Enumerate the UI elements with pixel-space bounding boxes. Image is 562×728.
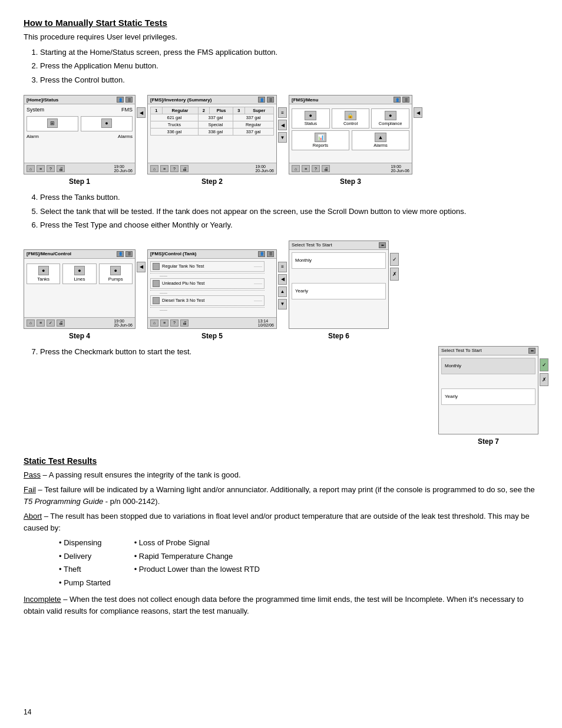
step5-device: [FMS]/Control (Tank) 👤 ☰ Regular Tank No… (147, 249, 277, 329)
control-icon: 🔒 (345, 111, 356, 120)
fms-label: FMS (121, 107, 133, 113)
col-num: 1 (151, 107, 163, 114)
incomplete-desc: – When the test does not collect enough … (24, 595, 524, 615)
instruction-1: Starting at the Home/Status screen, pres… (40, 47, 538, 58)
bullets-left-col: Dispensing Delivery Theft Pump Started (59, 537, 111, 590)
step3-label: Step 3 (340, 177, 361, 186)
pass-term: Pass (24, 470, 41, 479)
side-btn-list: ≡ (278, 107, 287, 118)
abort-term: Abort (24, 512, 42, 521)
abort-desc: – The result has been stopped due to var… (24, 512, 530, 532)
step1-icons: 👤 ☰ (117, 97, 133, 103)
user-icon-4: 👤 (117, 251, 124, 257)
tank1-dotted: —— (150, 273, 265, 278)
step7-menu-icon: ⬅ (528, 348, 535, 354)
print-footer-icon-5: 🖨 (180, 319, 189, 327)
home-footer-icon: ⌂ (27, 165, 35, 172)
steps-row-4-6: [FMS]/Menu/Control 👤 ☰ ● Tanks ● Lines (24, 241, 538, 340)
menu-grid-top: ● Status 🔒 Control ● Compliance (292, 108, 409, 129)
pumps-icon: ● (110, 266, 121, 275)
yearly-option: Yearly (292, 283, 386, 299)
fail-ref-suffix: - p/n 000-2142). (103, 497, 160, 506)
bullet-theft: Theft (59, 564, 111, 575)
checkmark-btn-7[interactable]: ✓ (540, 358, 548, 371)
step5-right-buttons: ≡ ◀ ▲ ▼ (278, 262, 287, 309)
step7-body: Monthly Yearly (439, 355, 538, 421)
step3-footer: ⌂ ≡ ? 🖨 19:00 20-Jun-06 (289, 163, 412, 174)
user-icon: 👤 (117, 97, 124, 103)
step2-header: [FMS]/Inventory (Summary) 👤 ☰ (148, 95, 276, 104)
step2-icons: 👤 ☰ (258, 97, 274, 103)
tank-row-2: Unleaded Plu No Test —— (150, 278, 265, 289)
incomplete-term: Incomplete (24, 595, 61, 604)
print-footer-icon-3: 🖨 (322, 165, 330, 172)
step2-right-buttons: ≡ ◀ ▼ (278, 107, 287, 143)
step3-time: 19:00 20-Jun-06 (391, 164, 409, 173)
tank-icon-3 (153, 297, 160, 304)
step1-device: [Home]/Status 👤 ☰ System FMS ⊞ ● (24, 95, 135, 174)
status-btn: ● Status (292, 108, 330, 129)
fail-ref: T5 Programming Guide (24, 497, 103, 506)
fail-desc: – Test failure will be indicated by a Wa… (36, 485, 535, 494)
tank1-label: Regular Tank No Test (162, 263, 204, 269)
bullets-right-list: Loss of Probe Signal Rapid Temperature C… (134, 537, 260, 575)
step4-footer-icons: ⌂ ≡ ✓ 🖨 (27, 319, 65, 327)
tanks-btn: ● Tanks (27, 263, 60, 284)
step4-footer: ⌂ ≡ ✓ 🖨 19:00 20-Jun-06 (24, 317, 135, 328)
r1c2: 337 gal (198, 114, 233, 121)
tank-icon-2 (153, 280, 160, 287)
pumps-btn: ● Pumps (99, 263, 133, 284)
r2c2: 338 gal (198, 129, 233, 136)
step5-header: [FMS]/Control (Tank) 👤 ☰ (148, 250, 276, 259)
yearly-option-7: Yearly (441, 388, 535, 405)
instruction-7: Press the Checkmark button to start the … (40, 346, 421, 358)
instructions-list: Starting at the Home/Status screen, pres… (40, 47, 538, 86)
step1-time: 19:00 20-Jun-06 (114, 164, 133, 173)
step5-footer-icons: ⌂ ≡ ? 🖨 (150, 319, 189, 327)
step3-header: [FMS]/Menu 👤 ☰ (289, 95, 412, 104)
tank-icon-1 (153, 263, 160, 270)
step6-right-btns: ✓ ✗ (390, 253, 399, 281)
menu-icon-5: ☰ (267, 251, 274, 257)
cancel-btn-7[interactable]: ✗ (540, 373, 548, 386)
reports-icon: 📊 (315, 133, 326, 142)
home-icon: ⊞ (47, 118, 58, 128)
side-btn-back-4: ◀ (137, 262, 146, 272)
user-icon-2: 👤 (258, 97, 265, 103)
steps-row-1-3: [Home]/Status 👤 ☰ System FMS ⊞ ● (24, 95, 538, 186)
alarms-label: Alarms (118, 134, 133, 139)
instruction-3: Press the Control button. (40, 74, 538, 86)
step4-grid: ● Tanks ● Lines ● Pumps (27, 263, 133, 284)
step5-label: Step 5 (201, 332, 223, 340)
tank-row-3: Diesel Tank 3 No Test —— (150, 295, 265, 306)
status-icon: ● (305, 111, 316, 120)
print-footer-icon-4: 🖨 (57, 319, 65, 327)
page-number: 14 (24, 708, 31, 716)
step1-label: Step 1 (69, 177, 90, 186)
step7-label: Step 7 (478, 437, 499, 446)
step5-icons: 👤 ☰ (258, 251, 274, 257)
instruction-6: Press the Test Type and choose either Mo… (40, 219, 538, 231)
instructions-4-6: Press the Tanks button. Select the tank … (40, 192, 538, 231)
step4-icons: 👤 ☰ (117, 251, 133, 257)
step7-title: Select Test To Start (441, 348, 482, 353)
step2-title: [FMS]/Inventory (Summary) (150, 97, 211, 103)
step4-time: 19:00 20-Jun-06 (114, 319, 133, 327)
r2c1: 336 gal (151, 129, 199, 136)
step4-right-buttons: ◀ (137, 262, 146, 272)
intro-text: This procedure requires User level privi… (24, 31, 538, 43)
step1-right-buttons: ◀ (137, 107, 146, 118)
list-footer-icon-4: ≡ (37, 319, 45, 327)
step3-right-buttons: ◀ (414, 107, 422, 118)
reports-btn: 📊 Reports (292, 130, 349, 150)
step1-header: [Home]/Status 👤 ☰ (24, 95, 135, 104)
tank2-dotted: —— (150, 290, 265, 295)
step1-footer-icons: ⌂ ≡ ? 🖨 (27, 165, 65, 172)
step6-device: Select Test To Start ⬅ Monthly Yearly ✓ … (289, 241, 389, 329)
col-num2: 2 (198, 107, 210, 114)
step4-device: [FMS]/Menu/Control 👤 ☰ ● Tanks ● Lines (24, 249, 135, 329)
row2-3: Regular (233, 121, 274, 129)
step6-header: Select Test To Start ⬅ (289, 241, 388, 250)
step1-footer: ⌂ ≡ ? 🖨 19:00 20-Jun-06 (24, 163, 135, 174)
row2-2: Special (198, 121, 233, 129)
